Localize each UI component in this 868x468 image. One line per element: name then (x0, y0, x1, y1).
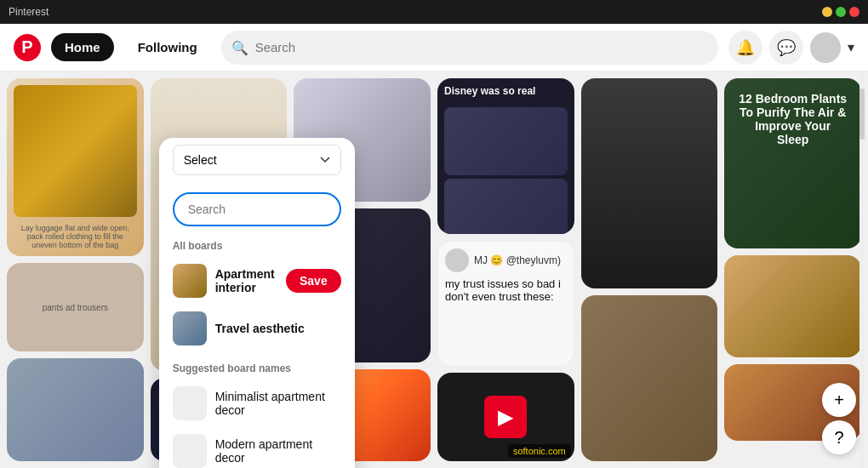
window-controls: – □ ✕ (822, 7, 859, 17)
pin-video[interactable]: ▶ softonic.com (437, 373, 574, 461)
suggested-item-1[interactable]: Minimalist apartment decor (159, 380, 355, 427)
title-bar: Pinterest – □ ✕ (0, 0, 868, 24)
pin-pants[interactable]: pants ad trousers (7, 263, 144, 351)
softonic-badge: softonic.com (508, 444, 571, 458)
navbar: P Home Following 🔍 🔔 💬 ▾ (0, 24, 868, 71)
suggested-item-2[interactable]: Modern apartment decor (159, 427, 355, 468)
board-name-travel: Travel aesthetic (215, 322, 341, 335)
save-dropdown: Select All boards Apartment interior Sav… (159, 138, 355, 468)
scrollbar[interactable] (859, 71, 865, 468)
minimize-button[interactable]: – (822, 7, 832, 17)
pin-clothes[interactable] (7, 358, 144, 461)
suggested-thumb-1 (173, 386, 207, 420)
trust-username: MJ 😊 @theyluvm) (474, 254, 561, 266)
pin-trust[interactable]: MJ 😊 @theyluvm) my trust issues so bad i… (437, 241, 574, 366)
profile-avatar-button[interactable] (810, 32, 841, 63)
board-thumb-apartment (173, 264, 207, 298)
maximize-button[interactable]: □ (836, 7, 846, 17)
board-thumb-travel (173, 311, 207, 345)
luggage-caption: Lay luggage flat and wide open, pack rol… (14, 224, 137, 249)
pin-column-5 (581, 78, 718, 461)
save-to-apartment-button[interactable]: Save (286, 269, 341, 293)
video-play-button[interactable]: ▶ (484, 396, 527, 438)
all-boards-label: All boards (159, 233, 355, 257)
pin-black-dress[interactable] (581, 78, 718, 288)
pin-disney[interactable]: Disney was so real (437, 78, 574, 234)
suggested-name-2: Modern apartment decor (215, 437, 341, 465)
board-name-apartment: Apartment interior (215, 267, 277, 294)
board-item-apartment[interactable]: Apartment interior Save (159, 257, 355, 305)
messages-button[interactable]: 💬 (769, 31, 803, 65)
disney-img-1 (444, 107, 568, 175)
help-fab[interactable]: ? (822, 420, 856, 454)
suggested-thumb-2 (173, 434, 207, 468)
luggage-image (14, 85, 137, 217)
app-title: Pinterest (9, 6, 49, 18)
zoom-in-fab[interactable]: + (822, 383, 856, 417)
select-board-dropdown[interactable]: Select (173, 145, 341, 175)
scrollbar-thumb[interactable] (859, 88, 865, 140)
pins-grid: Lay luggage flat and wide open, pack rol… (0, 71, 868, 468)
pin-column-2: 2020 playlist Select All boards (151, 78, 288, 461)
disney-text: Disney was so real (437, 78, 574, 104)
nav-icons: 🔔 💬 ▾ (728, 31, 854, 65)
title-bar-left: Pinterest (9, 6, 49, 18)
search-bar: 🔍 (221, 31, 718, 65)
board-item-travel[interactable]: Travel aesthetic (159, 305, 355, 352)
pinterest-logo[interactable]: P (14, 34, 41, 61)
suggested-name-1: Minimalist apartment decor (215, 390, 341, 417)
pants-caption: pants ad trousers (39, 300, 111, 316)
following-nav-button[interactable]: Following (124, 33, 211, 61)
home-nav-button[interactable]: Home (51, 33, 114, 61)
notifications-button[interactable]: 🔔 (728, 31, 762, 65)
disney-img-2 (444, 179, 568, 234)
suggested-section: Suggested board names Minimalist apartme… (159, 352, 355, 468)
pin-porch[interactable] (581, 295, 718, 462)
expand-menu-button[interactable]: ▾ (848, 39, 854, 55)
dropdown-search-header (159, 182, 355, 233)
trust-header: MJ 😊 @theyluvm) (445, 248, 567, 272)
close-button[interactable]: ✕ (849, 7, 859, 17)
trust-avatar (445, 248, 469, 272)
pin-luggage[interactable]: Lay luggage flat and wide open, pack rol… (7, 78, 144, 256)
pin-column-1: Lay luggage flat and wide open, pack rol… (7, 78, 144, 461)
search-input[interactable] (221, 31, 718, 65)
main-content: Lay luggage flat and wide open, pack rol… (0, 71, 868, 468)
pin-column-4: Disney was so real MJ 😊 @theyluvm) my tr… (437, 78, 574, 461)
select-board-header: Select (159, 138, 355, 182)
disney-images (437, 104, 574, 234)
pin-apartment-col6[interactable] (724, 255, 861, 357)
board-search-input[interactable] (173, 192, 341, 226)
suggested-label: Suggested board names (159, 356, 355, 380)
trust-text: my trust issues so bad i don't even trus… (445, 277, 567, 303)
search-icon: 🔍 (231, 39, 248, 55)
bedroom-plants-text: 12 Bedroom Plants To Purify The Air & Im… (739, 92, 847, 146)
pin-bedroom-plants[interactable]: 12 Bedroom Plants To Purify The Air & Im… (724, 78, 861, 248)
